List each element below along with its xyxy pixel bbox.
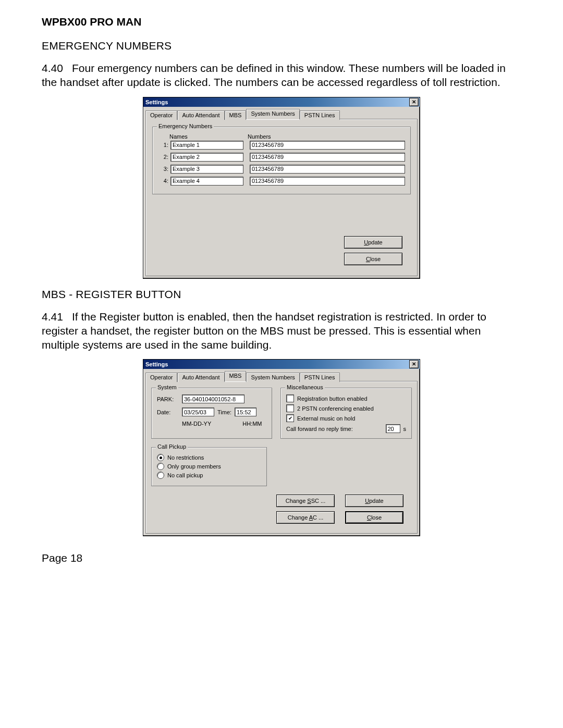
number-input-3[interactable] bbox=[250, 165, 405, 174]
pstn-conf-label: 2 PSTN conferencing enabled bbox=[297, 405, 374, 412]
page-number: Page 18 bbox=[42, 552, 521, 564]
emergency-numbers-group: Emergency Numbers Names Numbers 1: 2: bbox=[152, 127, 411, 194]
number-input-4[interactable] bbox=[250, 177, 405, 186]
para-num: 4.41 bbox=[42, 310, 72, 324]
tab-bar: Operator Auto Attendant MBS System Numbe… bbox=[143, 369, 420, 381]
external-music-checkbox[interactable] bbox=[286, 414, 294, 422]
call-pickup-group: Call Pickup No restrictions Only group m… bbox=[151, 447, 267, 486]
row-index: 4: bbox=[158, 178, 170, 184]
para-text: If the Register button is enabled, then … bbox=[42, 311, 486, 351]
group-legend: Emergency Numbers bbox=[157, 123, 214, 129]
radio-only-group-members[interactable] bbox=[157, 463, 164, 470]
paragraph-4-40: 4.40Four emergency numbers can be define… bbox=[42, 61, 521, 90]
number-input-1[interactable] bbox=[250, 141, 405, 150]
miscellaneous-group: Miscellaneous Registration button enable… bbox=[280, 388, 412, 439]
pstn-conf-checkbox[interactable] bbox=[286, 404, 294, 412]
tab-bar: Operator Auto Attendant MBS System Numbe… bbox=[143, 107, 420, 119]
update-button[interactable]: Update bbox=[344, 236, 402, 249]
tab-auto-attendant[interactable]: Auto Attendant bbox=[177, 110, 224, 120]
tab-pstn-lines[interactable]: PSTN Lines bbox=[300, 373, 340, 382]
external-music-label: External music on hold bbox=[297, 415, 355, 422]
emergency-row: 1: bbox=[158, 141, 405, 150]
tab-system-numbers[interactable]: System Numbers bbox=[246, 109, 299, 119]
change-ac-button[interactable]: Change AC ... bbox=[276, 511, 335, 524]
emergency-row: 3: bbox=[158, 165, 405, 174]
registration-label: Registration button enabled bbox=[297, 396, 368, 402]
call-forward-time-input[interactable] bbox=[386, 424, 400, 433]
row-index: 3: bbox=[158, 166, 170, 172]
call-forward-label: Call forward no reply time: bbox=[286, 426, 353, 432]
window-title: Settings bbox=[145, 361, 168, 367]
section-mbs-register-title: MBS - REGISTER BUTTON bbox=[42, 288, 521, 301]
tab-auto-attendant[interactable]: Auto Attendant bbox=[177, 373, 224, 382]
tab-panel: Emergency Numbers Names Numbers 1: 2: bbox=[145, 119, 418, 276]
tab-mbs[interactable]: MBS bbox=[225, 110, 247, 120]
call-forward-unit: s bbox=[403, 426, 407, 432]
time-input[interactable] bbox=[235, 408, 256, 416]
titlebar: Settings ✕ bbox=[143, 97, 420, 107]
name-input-3[interactable] bbox=[170, 165, 243, 174]
close-button[interactable]: Close bbox=[344, 253, 402, 265]
system-group: System PARK: Date: Time: MM-DD-YY bbox=[151, 388, 272, 439]
park-input[interactable] bbox=[182, 394, 244, 403]
tab-mbs[interactable]: MBS bbox=[225, 371, 247, 381]
number-input-2[interactable] bbox=[250, 153, 405, 162]
radio-no-call-pickup[interactable] bbox=[157, 472, 164, 479]
close-icon[interactable]: ✕ bbox=[409, 98, 419, 106]
settings-dialog-emergency: Settings ✕ Operator Auto Attendant MBS S… bbox=[143, 97, 420, 279]
tab-system-numbers[interactable]: System Numbers bbox=[246, 373, 299, 382]
section-emergency-title: EMERGENCY NUMBERS bbox=[42, 40, 521, 52]
registration-checkbox[interactable] bbox=[286, 394, 294, 402]
radio-label: No restrictions bbox=[167, 454, 204, 461]
name-input-4[interactable] bbox=[170, 177, 243, 186]
date-input[interactable] bbox=[182, 408, 214, 416]
titlebar: Settings ✕ bbox=[143, 360, 420, 369]
radio-no-restrictions[interactable] bbox=[157, 454, 164, 461]
tab-operator[interactable]: Operator bbox=[145, 373, 177, 382]
emergency-row: 2: bbox=[158, 153, 405, 162]
row-index: 1: bbox=[158, 142, 170, 148]
emergency-row: 4: bbox=[158, 177, 405, 186]
para-text: Four emergency numbers can be defined in… bbox=[42, 62, 506, 88]
tab-pstn-lines[interactable]: PSTN Lines bbox=[300, 110, 340, 120]
name-input-2[interactable] bbox=[170, 153, 243, 162]
row-index: 2: bbox=[158, 154, 170, 160]
time-format-hint: HH:MM bbox=[242, 421, 262, 427]
date-format-hint: MM-DD-YY bbox=[182, 421, 211, 427]
group-legend: System bbox=[156, 384, 178, 390]
doc-header: WPBX00 PRO MAN bbox=[42, 16, 521, 28]
column-header-names: Names bbox=[169, 133, 248, 140]
update-button[interactable]: Update bbox=[345, 495, 403, 507]
group-legend: Miscellaneous bbox=[285, 384, 325, 390]
tab-panel: System PARK: Date: Time: MM-DD-YY bbox=[145, 381, 418, 534]
group-legend: Call Pickup bbox=[156, 443, 188, 450]
para-num: 4.40 bbox=[42, 61, 72, 76]
paragraph-4-41: 4.41If the Register button is enabled, t… bbox=[42, 310, 521, 352]
close-icon[interactable]: ✕ bbox=[409, 360, 419, 368]
park-label: PARK: bbox=[157, 396, 179, 402]
column-header-numbers: Numbers bbox=[248, 133, 405, 140]
change-ssc-button[interactable]: Change SSC ... bbox=[276, 495, 335, 507]
time-label: Time: bbox=[217, 409, 231, 415]
name-input-1[interactable] bbox=[170, 141, 243, 150]
close-button[interactable]: Close bbox=[345, 511, 403, 524]
settings-dialog-mbs: Settings ✕ Operator Auto Attendant MBS S… bbox=[143, 359, 420, 536]
radio-label: No call pickup bbox=[167, 472, 203, 478]
radio-label: Only group members bbox=[167, 463, 221, 470]
window-title: Settings bbox=[145, 99, 168, 105]
tab-operator[interactable]: Operator bbox=[145, 110, 177, 120]
date-label: Date: bbox=[157, 409, 179, 415]
